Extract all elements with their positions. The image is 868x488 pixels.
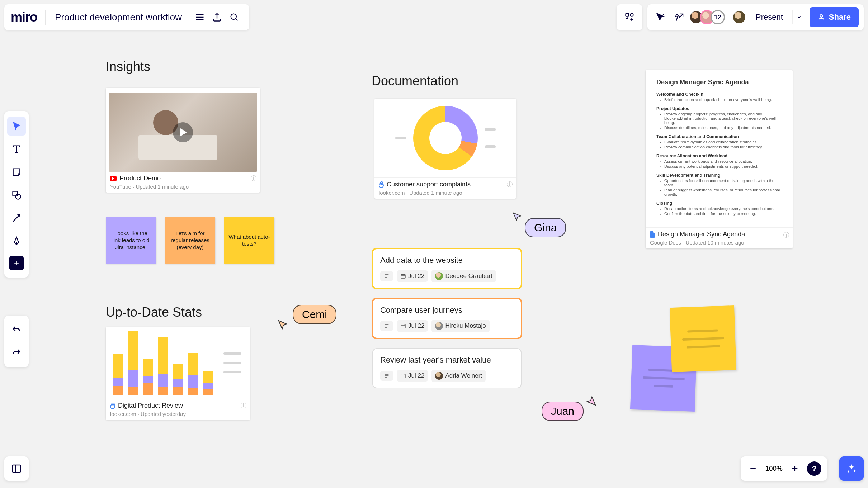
task-card[interactable]: Add data to the website Jul 22 Deedee Gr…: [373, 249, 521, 288]
google-docs-icon: [650, 231, 655, 238]
miro-logo[interactable]: miro: [11, 10, 46, 25]
zoom-level[interactable]: 100%: [761, 465, 786, 473]
video-thumbnail[interactable]: [109, 93, 257, 172]
info-icon[interactable]: i: [783, 232, 789, 238]
cursor-icon: [511, 211, 524, 224]
video-embed-card[interactable]: i Product Demo YouTube · Updated 1 minut…: [106, 88, 260, 193]
svg-rect-8: [401, 274, 405, 278]
section-heading-documentation: Documentation: [372, 74, 458, 89]
sticky-text: Let's aim for regular releases (every da…: [169, 230, 211, 251]
cursor-label: Juan: [542, 402, 584, 421]
date-chip[interactable]: Jul 22: [397, 320, 428, 332]
task-chips: Jul 22 Deedee Graubart: [380, 270, 514, 282]
svg-rect-1: [626, 14, 629, 16]
svg-point-3: [677, 14, 678, 15]
assignee-chip[interactable]: Deedee Graubart: [431, 270, 496, 282]
cursor-tool-icon[interactable]: [652, 9, 668, 25]
legend-item: [485, 145, 496, 148]
cursor-icon: [584, 393, 598, 407]
play-icon[interactable]: [173, 122, 193, 142]
frames-panel-button[interactable]: [4, 456, 29, 481]
description-chip[interactable]: [380, 321, 393, 331]
svg-rect-9: [401, 324, 405, 328]
ai-assist-button[interactable]: [839, 456, 864, 481]
assignee-chip[interactable]: Adria Weinert: [431, 370, 486, 382]
description-chip[interactable]: [380, 271, 393, 281]
share-button[interactable]: Share: [810, 7, 859, 27]
topbar-left: miro Product development workflow: [4, 4, 249, 30]
barchart-card[interactable]: i Digital Product Review looker.com · Up…: [106, 327, 250, 420]
sticky-note[interactable]: Looks like the link leads to old Jira in…: [106, 217, 156, 264]
reactions-icon[interactable]: [672, 9, 688, 25]
barchart-title: Digital Product Review: [118, 402, 183, 409]
add-more-tool[interactable]: [9, 256, 24, 270]
svg-rect-10: [401, 374, 405, 378]
line-tool[interactable]: [7, 209, 26, 227]
apps-button-box: [617, 4, 642, 30]
redo-button[interactable]: [7, 344, 26, 362]
avatar: [435, 372, 443, 380]
present-button[interactable]: Present: [750, 7, 789, 27]
avatar: [435, 322, 443, 330]
select-tool[interactable]: [7, 117, 26, 136]
menu-icon[interactable]: [191, 9, 208, 26]
donut-card-title-row: Customer support complaints: [379, 181, 512, 188]
doc-preview: Design Manager Sync Agenda Welcome and C…: [646, 70, 793, 227]
looker-icon: [110, 403, 115, 409]
shape-tool[interactable]: [7, 186, 26, 204]
undo-button[interactable]: [7, 321, 26, 339]
apps-icon[interactable]: [622, 9, 637, 25]
agenda-card-title-row: Design Manager Sync Agenda: [650, 231, 788, 238]
export-icon[interactable]: [208, 9, 226, 26]
svg-point-0: [231, 14, 236, 19]
topbar-right: 12 Present Share: [617, 4, 864, 30]
board-title[interactable]: Product development workflow: [46, 12, 191, 23]
task-card[interactable]: Review last year's market value Jul 22 A…: [373, 349, 521, 388]
section-heading-stats: Up-to-Date Stats: [106, 305, 202, 320]
sticky-note-blank[interactable]: [670, 305, 736, 372]
donut-chart: [374, 99, 516, 177]
doc-title: Design Manager Sync Agenda: [656, 79, 782, 86]
description-chip[interactable]: [380, 371, 393, 381]
remote-cursor-cemi: Cemi: [276, 305, 336, 324]
sticky-note[interactable]: Let's aim for regular releases (every da…: [165, 217, 215, 264]
agenda-doc-card[interactable]: Design Manager Sync Agenda Welcome and C…: [646, 70, 793, 248]
text-tool[interactable]: [7, 140, 26, 158]
svg-point-4: [675, 16, 676, 17]
collaborator-avatars[interactable]: 12: [693, 10, 725, 24]
looker-icon: [379, 181, 384, 188]
date-chip[interactable]: Jul 22: [397, 270, 428, 282]
assignee-chip[interactable]: Hiroku Mostajo: [431, 320, 489, 332]
help-button[interactable]: ?: [807, 461, 821, 476]
avatar-overflow[interactable]: 12: [711, 10, 725, 24]
current-user-avatar[interactable]: [732, 10, 746, 24]
info-icon[interactable]: i: [241, 403, 246, 408]
info-icon[interactable]: i: [251, 175, 256, 181]
sticky-text: Looks like the link leads to old Jira in…: [110, 230, 152, 251]
agenda-card-meta: Google Docs · Updated 10 minutes ago: [650, 240, 788, 246]
legend-item: [485, 128, 496, 131]
present-dropdown[interactable]: [792, 10, 806, 24]
zoom-in-button[interactable]: +: [786, 460, 803, 477]
donut-chart-card[interactable]: i Customer support complaints looker.com…: [374, 99, 516, 199]
barchart-meta: looker.com · Updated yesterday: [110, 411, 246, 417]
task-chips: Jul 22 Adria Weinert: [380, 370, 514, 382]
zoom-out-button[interactable]: −: [744, 460, 761, 477]
sticky-tool[interactable]: [7, 163, 26, 181]
task-title: Compare user journeys: [380, 305, 514, 315]
share-label: Share: [829, 13, 851, 22]
search-icon[interactable]: [226, 9, 243, 26]
date-chip[interactable]: Jul 22: [397, 370, 428, 382]
info-icon[interactable]: i: [507, 181, 513, 187]
remote-cursor-gina: Gina: [511, 208, 567, 227]
task-card[interactable]: Compare user journeys Jul 22 Hiroku Most…: [373, 299, 521, 338]
cursor-icon: [276, 319, 291, 333]
sticky-note[interactable]: What about auto-tests?: [224, 217, 274, 264]
cursor-label: Gina: [525, 218, 566, 237]
left-toolbar: [4, 111, 29, 278]
donut-card-title: Customer support complaints: [387, 181, 471, 188]
video-card-title-row: Product Demo: [110, 175, 256, 182]
pen-tool[interactable]: [7, 232, 26, 250]
svg-rect-11: [13, 465, 21, 472]
cursor-label: Cemi: [293, 305, 336, 324]
